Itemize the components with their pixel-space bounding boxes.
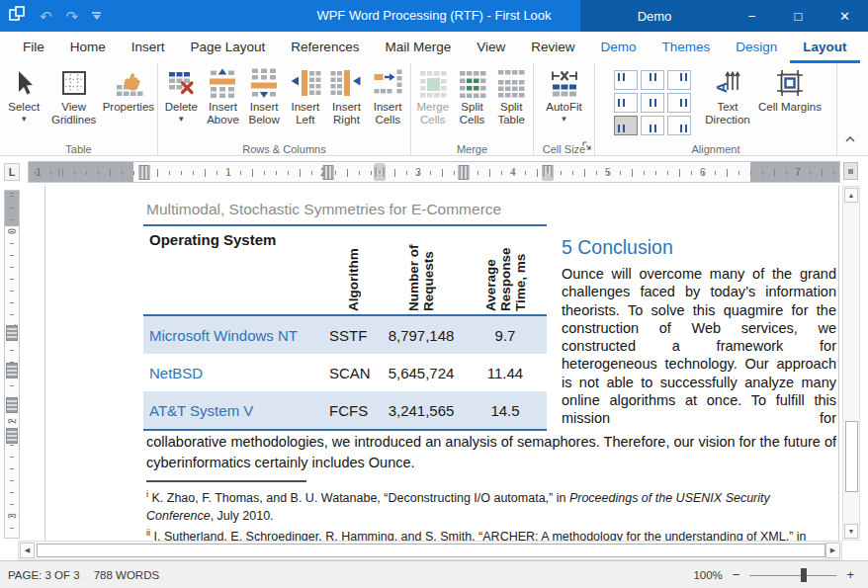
ruler-number: 3 — [6, 510, 18, 522]
delete-dropdown-arrow[interactable]: ▾ — [179, 115, 184, 123]
ruler-number: 7 — [795, 166, 801, 178]
page-indicator: PAGE: 3 OF 3 — [8, 569, 80, 581]
tab-design[interactable]: Design — [723, 32, 790, 63]
tab-view[interactable]: View — [464, 32, 518, 63]
page-left-edge — [44, 186, 45, 541]
scroll-right-icon[interactable]: ▶ — [825, 543, 840, 558]
cell-size-dialog-launcher-icon[interactable] — [581, 137, 592, 155]
tab-references[interactable]: References — [278, 32, 372, 63]
tab-home[interactable]: Home — [57, 32, 119, 63]
tab-demo[interactable]: Demo — [587, 32, 649, 63]
vertical-scrollbar-thumb[interactable] — [845, 421, 858, 492]
table-row-marker[interactable] — [6, 363, 18, 378]
document-table[interactable]: Operating System Algorithm Number of Req… — [143, 224, 547, 431]
autofit-icon — [549, 67, 580, 99]
align-top-left-button[interactable] — [614, 70, 638, 90]
table-row[interactable]: AT&T System V FCFS 3,241,565 14.5 — [143, 391, 547, 429]
tab-themes[interactable]: Themes — [650, 32, 724, 63]
select-dropdown-arrow[interactable]: ▾ — [22, 115, 27, 123]
insert-cells-button[interactable]: Insert Cells — [367, 66, 408, 142]
cell-margins-button[interactable]: Cell Margins — [758, 66, 822, 142]
cell-algorithm: SSTF — [327, 327, 379, 344]
cell-os: NetBSD — [143, 365, 327, 381]
customize-toolbar-icon[interactable] — [92, 12, 101, 20]
delete-button[interactable]: Delete ▾ — [160, 66, 203, 142]
align-bottom-center-button[interactable] — [641, 116, 664, 135]
tab-insert[interactable]: Insert — [119, 32, 178, 63]
view-gridlines-button[interactable]: View Gridlines — [46, 66, 102, 142]
merge-cells-button[interactable]: Merge Cells — [413, 66, 453, 142]
text-direction-button[interactable]: A Text Direction — [697, 66, 758, 142]
tab-file[interactable]: File — [10, 32, 57, 63]
horizontal-scrollbar-thumb[interactable] — [37, 544, 825, 557]
redo-icon[interactable]: ↷ — [66, 9, 79, 24]
scroll-up-icon[interactable]: ▲ — [844, 188, 858, 203]
split-cells-icon — [457, 67, 488, 99]
tab-layout[interactable]: Layout — [790, 32, 859, 63]
split-table-button[interactable]: Split Table — [491, 66, 531, 142]
tab-review[interactable]: Review — [518, 32, 587, 63]
insert-cells-icon — [372, 67, 403, 99]
ribbon: Select ▾ View Gridlines Properties Table… — [0, 63, 868, 156]
align-middle-center-button[interactable] — [641, 93, 664, 113]
table-row-marker[interactable] — [6, 428, 18, 444]
table-row-marker[interactable] — [6, 397, 18, 413]
scroll-left-icon[interactable]: ◀ — [20, 543, 35, 558]
insert-right-button[interactable]: Insert Right — [326, 66, 368, 142]
ruler-corner-button[interactable] — [843, 162, 858, 180]
table-column-marker[interactable] — [459, 165, 470, 180]
minimize-button[interactable]: − — [729, 0, 775, 32]
zoom-in-button[interactable]: + — [846, 567, 854, 582]
group-label-alignment: Alignment — [595, 143, 836, 155]
title-bar-right: Demo − □ ✕ — [580, 0, 868, 32]
insert-left-button[interactable]: Insert Left — [285, 66, 326, 142]
align-top-right-button[interactable] — [667, 70, 691, 90]
cell-requests: 3,241,565 — [379, 402, 464, 419]
align-bottom-right-button[interactable] — [667, 116, 691, 135]
close-button[interactable]: ✕ — [822, 0, 868, 32]
ruler-number: 5 — [605, 166, 611, 178]
align-middle-left-button[interactable] — [614, 93, 638, 113]
table-column-marker[interactable] — [323, 165, 334, 180]
maximize-button[interactable]: □ — [775, 0, 822, 32]
zoom-slider[interactable] — [749, 568, 836, 582]
insert-right-icon — [330, 67, 362, 99]
cell-avg-response: 14.5 — [464, 402, 547, 419]
zoom-out-button[interactable]: − — [733, 567, 740, 582]
table-column-marker[interactable] — [139, 165, 150, 180]
ruler-number: 1 — [36, 166, 42, 178]
vertical-scrollbar[interactable]: ▲ ▼ — [842, 186, 860, 541]
select-button[interactable]: Select ▾ — [2, 66, 46, 142]
scroll-down-icon[interactable]: ▼ — [844, 524, 858, 539]
autofit-button[interactable]: AutoFit ▾ — [537, 66, 592, 142]
table-row[interactable]: Microsoft Windows NT SSTF 8,797,148 9.7 — [143, 316, 547, 354]
table-row[interactable]: NetBSD SCAN 5,645,724 11.44 — [143, 354, 547, 391]
insert-above-button[interactable]: Insert Above — [203, 66, 244, 142]
table-header-row: Operating System Algorithm Number of Req… — [143, 226, 547, 316]
title-context-demo[interactable]: Demo — [580, 0, 729, 32]
split-cells-button[interactable]: Split Cells — [453, 66, 492, 142]
tab-stop-selector[interactable]: L — [4, 163, 20, 181]
svg-text:A: A — [713, 82, 730, 93]
document-heading-title: Multimodal, Stochastic Symmetries for E-… — [146, 201, 501, 218]
vertical-ruler[interactable]: 0 1 2 3 — [4, 190, 20, 539]
align-bottom-left-button[interactable] — [614, 116, 638, 135]
align-top-center-button[interactable] — [641, 70, 664, 90]
ruler-ticks-half — [29, 169, 839, 177]
zoom-slider-handle[interactable] — [801, 568, 807, 582]
quick-access-toolbar: ↶ ↷ — [8, 0, 101, 32]
autofit-dropdown-arrow[interactable]: ▾ — [562, 115, 566, 123]
align-middle-right-button[interactable] — [667, 93, 691, 113]
header-number-of-requests: Number of Requests — [379, 226, 464, 314]
undo-icon[interactable]: ↶ — [40, 9, 52, 24]
properties-button[interactable]: Properties — [102, 66, 155, 142]
tab-mail-merge[interactable]: Mail Merge — [372, 32, 464, 63]
insert-below-button[interactable]: Insert Below — [243, 66, 285, 142]
horizontal-scrollbar[interactable]: ◀ ▶ — [18, 541, 842, 560]
word-count: 788 WORDS — [94, 569, 159, 581]
header-operating-system: Operating System — [143, 226, 327, 314]
tab-page-layout[interactable]: Page Layout — [178, 32, 279, 63]
collapse-ribbon-icon[interactable] — [844, 129, 856, 147]
horizontal-ruler[interactable]: 1 1 2 3 4 5 6 7 — [28, 161, 840, 183]
table-row-marker[interactable] — [6, 325, 18, 341]
